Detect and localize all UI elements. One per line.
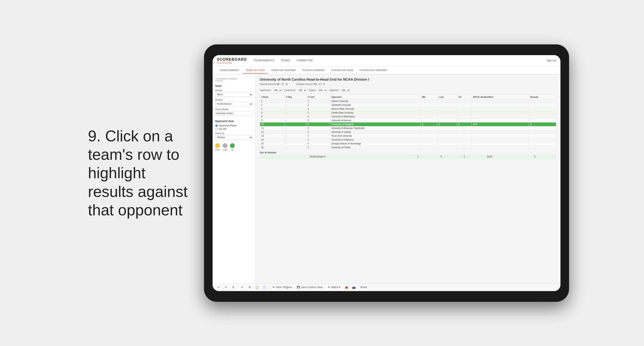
cell-win: 1 xyxy=(416,155,439,159)
tablet-device: SCOREBOARD Powered by clippi TOURNAMENTS… xyxy=(204,44,569,302)
opponent-filter-select[interactable]: (All) xyxy=(340,88,350,93)
clock-button[interactable]: 🕐 xyxy=(262,285,267,290)
conference-filter-select[interactable]: (All) xyxy=(296,88,307,93)
table-row[interactable]: 6 - 2 Florida State University xyxy=(260,111,556,115)
gender-select[interactable]: Men's xyxy=(215,92,253,97)
sidebar-division-label: Division xyxy=(215,99,253,101)
copy-button[interactable]: ⧉ xyxy=(247,285,252,290)
table-row[interactable]: 11 - 6 University of Arkansas, Fayettevi… xyxy=(260,126,556,130)
col-reg: # Reg xyxy=(284,95,306,99)
cell-loss: 0 xyxy=(439,155,462,159)
table-row[interactable]: 8 - 2 University of Washington xyxy=(260,115,556,118)
cell-tie xyxy=(457,115,472,118)
cell-tie xyxy=(457,126,472,130)
cell-diff xyxy=(472,145,529,149)
cell-reg: - xyxy=(284,118,306,122)
cell-loss xyxy=(438,111,457,115)
table-row[interactable]: 9 - 3 University of Arizona xyxy=(260,118,556,122)
table-row[interactable]: 12 - 3 University of Virginia xyxy=(260,130,556,134)
opponents-filter-select[interactable]: (All) xyxy=(272,88,282,93)
cell-tie: 0 xyxy=(457,122,472,126)
share-label: Share xyxy=(360,286,367,289)
cell-rounds: 8 xyxy=(529,122,556,126)
table-row[interactable]: 15 - 4 Georgia Institute of Technology xyxy=(260,142,556,145)
out-of-division-row[interactable]: NCAA Division II 1 0 0 26.00 3 xyxy=(260,155,556,159)
tab-team-h2h-grid[interactable]: TEAM H2H GRID xyxy=(243,67,268,74)
legend-down-dot xyxy=(215,143,220,148)
legend-level: Level xyxy=(223,143,228,151)
screenshot-button[interactable]: 📷 xyxy=(351,285,357,290)
export-button[interactable]: 📤 xyxy=(344,285,350,290)
redo-button[interactable]: ↪ xyxy=(223,285,229,290)
sidebar-opponent-view-label: Opponent View xyxy=(215,120,253,123)
cell-rounds xyxy=(529,115,556,118)
filter-opponent: Opponent (All) xyxy=(330,88,350,93)
save-custom-button[interactable]: 💾 Save Custom View xyxy=(295,285,324,289)
watch-button[interactable]: 👁 Watch ▾ xyxy=(326,285,342,289)
sub-nav: TEAM SUMMARY TEAM H2H GRID TEAM H2H HEAT… xyxy=(212,66,560,74)
cell-win xyxy=(420,130,437,134)
division-select[interactable]: NCAA Division I xyxy=(215,102,253,106)
cell-conf: 2 xyxy=(306,103,330,107)
col-opponent: Opponent xyxy=(330,95,421,99)
cell-diff xyxy=(472,138,529,142)
filter-conference-label: Conference xyxy=(284,89,296,91)
table-row[interactable]: 2 - 1 Auburn University xyxy=(260,99,556,103)
cell-tie: 0 xyxy=(462,155,486,159)
cell-reg: - xyxy=(284,145,306,149)
filter-opponents: Opponents: (All) xyxy=(260,88,282,93)
scissors-button[interactable]: ✂ xyxy=(240,285,245,290)
toolbar-sep-1 xyxy=(238,285,238,289)
share-button[interactable]: Share xyxy=(358,285,369,289)
bottom-toolbar: ↩ ↪ ↺ ✂ ⧉ 📋 🕐 👁 View: Original 💾 Save Cu… xyxy=(212,283,560,291)
table-row[interactable]: 16 - 3 University of Florida xyxy=(260,145,556,149)
radio-opponents-played-input[interactable] xyxy=(215,124,218,127)
school-input[interactable] xyxy=(215,111,253,116)
tab-player-h2h-heatmap[interactable]: PLAYER H2H HEATMAP xyxy=(357,67,390,74)
cell-rank: 6 xyxy=(260,111,284,115)
refresh-button[interactable]: ↺ xyxy=(230,285,236,290)
cell-opponent: University of Florida xyxy=(330,145,421,149)
cell-loss xyxy=(438,130,457,134)
view-original-button[interactable]: 👁 View: Original xyxy=(271,285,294,289)
cell-win xyxy=(420,99,437,103)
sidebar-team-label: Team xyxy=(215,84,253,87)
table-row[interactable]: 14 - 2 University of Oklahoma xyxy=(260,138,556,142)
sidebar-colour-by-label: Colour by xyxy=(215,132,253,134)
color-legend: Down Level Up xyxy=(215,143,253,151)
cell-loss xyxy=(438,103,457,107)
cell-diff xyxy=(472,118,529,122)
tab-team-summary[interactable]: TEAM SUMMARY xyxy=(217,67,242,74)
table-row[interactable]: 3 - 2 Vanderbilt University xyxy=(260,103,556,107)
col-diff: Diff Av Strokes/Rnd xyxy=(472,95,529,99)
sign-out-link[interactable]: Sign out xyxy=(546,59,556,62)
cell-diff: 26.00 xyxy=(486,155,533,159)
radio-top100-input[interactable] xyxy=(215,128,218,130)
tab-player-h2h-grid[interactable]: PLAYER H2H GRID xyxy=(329,67,356,74)
cell-tie xyxy=(457,142,472,145)
table-row-highlighted[interactable]: 10 - 5 University of Alabama 3 0 0 2.61 … xyxy=(260,122,556,126)
grid-records: Overall Record: 89 - 17 - 0 Division Rec… xyxy=(260,83,556,85)
nav-teams[interactable]: TEAMS xyxy=(281,58,290,63)
nav-committee[interactable]: COMMITTEE xyxy=(296,58,313,63)
cell-loss xyxy=(438,107,457,111)
tab-team-h2h-heatmap[interactable]: TEAM H2H HEATMAP xyxy=(269,67,299,74)
region-filter-select[interactable]: (All) xyxy=(317,88,327,93)
nav-tournaments[interactable]: TOURNAMENTS xyxy=(254,58,274,63)
cell-rank: 13 xyxy=(260,134,284,138)
table-row[interactable]: 13 - 1 Texas Tech University xyxy=(260,134,556,138)
undo-button[interactable]: ↩ xyxy=(216,285,222,290)
legend-level-label: Level xyxy=(223,149,228,151)
sidebar-school-label: School (Rank) xyxy=(215,108,253,110)
paste-button[interactable]: 📋 xyxy=(254,285,260,290)
legend-down: Down xyxy=(215,143,220,151)
colour-by-select[interactable]: Win/loss xyxy=(215,135,253,140)
cell-opponent: University of Arizona xyxy=(330,118,421,122)
legend-down-label: Down xyxy=(215,149,220,151)
cell-conf: 1 xyxy=(306,99,330,103)
cell-opponent: University of Virginia xyxy=(330,130,421,134)
col-win: Win xyxy=(420,95,437,99)
cell-loss xyxy=(438,99,457,103)
tab-player-summary[interactable]: PLAYER SUMMARY xyxy=(300,67,328,74)
table-row[interactable]: 4 - 1 Arizona State University xyxy=(260,107,556,111)
